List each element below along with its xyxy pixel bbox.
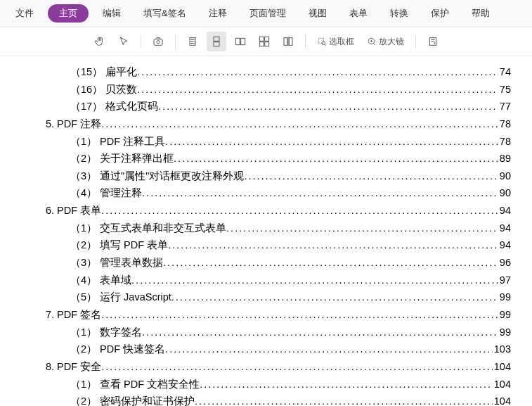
svg-rect-7 bbox=[214, 42, 219, 46]
svg-rect-15 bbox=[289, 38, 292, 46]
svg-line-23 bbox=[373, 43, 375, 45]
toc-page: 97 bbox=[498, 272, 511, 289]
toc-line[interactable]: （4）管理注释90 bbox=[21, 184, 511, 202]
toc-page: 78 bbox=[498, 133, 511, 151]
svg-rect-13 bbox=[264, 42, 268, 46]
toc-number: （2） bbox=[70, 393, 97, 406]
menu-item-9[interactable]: 保护 bbox=[422, 4, 458, 23]
toc-line[interactable]: （5）运行 JavaScript99 bbox=[21, 288, 511, 306]
toc-line[interactable]: （17）格式化页码77 bbox=[21, 98, 511, 115]
toc-line[interactable]: （3）通过"属性"对话框更改注释外观90 bbox=[21, 167, 511, 185]
reflow-button[interactable] bbox=[423, 32, 443, 51]
menu-item-0[interactable]: 文件 bbox=[7, 4, 42, 23]
toc-title: 查看 PDF 文档安全性 bbox=[100, 376, 200, 393]
toc-title: PDF 注释 bbox=[57, 115, 101, 133]
two-page-continuous-button[interactable] bbox=[254, 32, 274, 51]
toc-number: （5） bbox=[70, 288, 97, 306]
svg-rect-8 bbox=[235, 38, 240, 44]
toc-dots bbox=[165, 341, 493, 358]
toc-line[interactable]: 7.PDF 签名99 bbox=[21, 306, 511, 324]
toc-page: 99 bbox=[498, 306, 511, 324]
continuous-page-button[interactable] bbox=[207, 32, 226, 51]
toc-line[interactable]: （15）扁平化74 bbox=[21, 63, 511, 81]
toc-line[interactable]: （1）PDF 注释工具78 bbox=[21, 133, 511, 151]
toc-page: 104 bbox=[493, 393, 511, 406]
toc-line[interactable]: （1）数字签名99 bbox=[21, 324, 511, 341]
toc-title: 交互式表单和非交互式表单 bbox=[100, 220, 226, 237]
toc-dots bbox=[244, 167, 498, 185]
toc-line[interactable]: 8.PDF 安全104 bbox=[21, 358, 511, 376]
select-tool-button[interactable] bbox=[114, 32, 134, 51]
two-page-button[interactable] bbox=[231, 32, 250, 51]
toc-page: 96 bbox=[498, 254, 511, 272]
toc-line[interactable]: （4）表单域97 bbox=[21, 272, 511, 289]
split-view-button[interactable] bbox=[278, 32, 298, 51]
toc-dots bbox=[226, 220, 498, 237]
svg-rect-17 bbox=[318, 38, 323, 43]
toc-number: （1） bbox=[70, 324, 97, 341]
menu-item-2[interactable]: 编辑 bbox=[94, 4, 129, 23]
toc-line[interactable]: （3）管理表单数据96 bbox=[21, 254, 511, 272]
toc-title: 管理表单数据 bbox=[100, 254, 163, 272]
separator bbox=[305, 34, 306, 49]
toc-title: PDF 表单 bbox=[57, 202, 101, 220]
toc-number: 8. bbox=[46, 358, 54, 376]
separator bbox=[175, 34, 176, 49]
toc-number: （2） bbox=[70, 150, 97, 167]
toc-number: （1） bbox=[70, 376, 97, 393]
toc-dots bbox=[195, 393, 493, 406]
magnifier-label: 放大镜 bbox=[379, 36, 404, 48]
toc-title: 通过"属性"对话框更改注释外观 bbox=[100, 167, 244, 185]
toc-line[interactable]: （2）PDF 快速签名103 bbox=[21, 341, 511, 358]
menu-item-6[interactable]: 视图 bbox=[300, 4, 335, 23]
toc-line[interactable]: （2）关于注释弹出框89 bbox=[21, 150, 511, 167]
toc-line[interactable]: 5.PDF 注释78 bbox=[21, 115, 511, 133]
single-page-button[interactable] bbox=[183, 32, 202, 51]
toc-number: （4） bbox=[70, 272, 97, 289]
toc-dots bbox=[142, 184, 498, 202]
toc-title: 关于注释弹出框 bbox=[100, 150, 174, 167]
hand-tool-button[interactable] bbox=[90, 32, 110, 51]
svg-rect-0 bbox=[154, 39, 162, 46]
svg-rect-11 bbox=[264, 37, 268, 41]
separator bbox=[415, 34, 416, 49]
svg-point-1 bbox=[157, 41, 160, 44]
toc-dots bbox=[101, 202, 498, 220]
toc-dots bbox=[101, 358, 493, 376]
toc-number: （17） bbox=[70, 98, 103, 115]
menu-item-1[interactable]: 主页 bbox=[48, 4, 89, 23]
toc-line[interactable]: （2）密码保护和证书保护104 bbox=[21, 393, 511, 406]
toc-dots bbox=[165, 133, 498, 151]
toc-title: 填写 PDF 表单 bbox=[100, 236, 168, 254]
toc-number: （1） bbox=[70, 133, 97, 151]
menu-item-3[interactable]: 填写&签名 bbox=[135, 4, 195, 23]
menu-item-5[interactable]: 页面管理 bbox=[241, 4, 294, 23]
toc-number: （4） bbox=[70, 184, 97, 202]
toc-line[interactable]: （2）填写 PDF 表单94 bbox=[21, 236, 511, 254]
menu-item-10[interactable]: 帮助 bbox=[463, 4, 498, 23]
menu-item-4[interactable]: 注释 bbox=[200, 4, 235, 23]
toc-dots bbox=[137, 63, 498, 81]
snapshot-tool-button[interactable] bbox=[148, 32, 168, 51]
toc-page: 99 bbox=[498, 324, 511, 341]
toolbar: 选取框 放大镜 bbox=[0, 27, 532, 56]
toc-line[interactable]: （1）交互式表单和非交互式表单94 bbox=[21, 220, 511, 237]
toc-page: 103 bbox=[493, 341, 511, 358]
svg-rect-14 bbox=[284, 38, 287, 46]
toc-number: （2） bbox=[70, 341, 97, 358]
toc-title: 格式化页码 bbox=[105, 98, 158, 115]
toc-dots bbox=[174, 150, 498, 167]
toc-line[interactable]: 6.PDF 表单94 bbox=[21, 202, 511, 220]
toc-title: 表单域 bbox=[100, 272, 131, 289]
svg-rect-10 bbox=[259, 37, 264, 41]
toc-page: 94 bbox=[498, 202, 511, 220]
toc-title: PDF 安全 bbox=[57, 358, 101, 376]
toc-line[interactable]: （1）查看 PDF 文档安全性104 bbox=[21, 376, 511, 393]
marquee-zoom-button[interactable]: 选取框 bbox=[313, 32, 358, 51]
marquee-zoom-label: 选取框 bbox=[329, 36, 354, 48]
magnifier-button[interactable]: 放大镜 bbox=[363, 32, 408, 51]
menu-item-8[interactable]: 转换 bbox=[382, 4, 417, 23]
menu-item-7[interactable]: 表单 bbox=[341, 4, 376, 23]
toc-page: 99 bbox=[498, 288, 511, 306]
toc-line[interactable]: （16）贝茨数75 bbox=[21, 81, 511, 99]
